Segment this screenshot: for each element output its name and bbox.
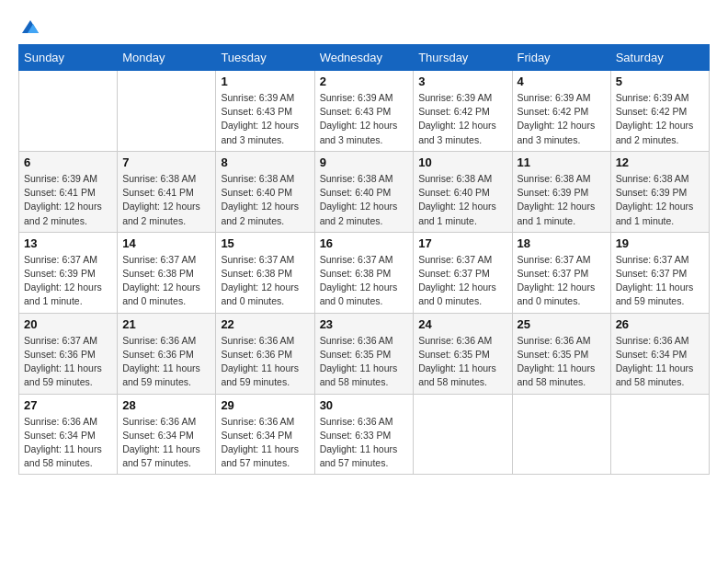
day-number: 10	[418, 155, 506, 169]
logo-icon	[20, 17, 40, 37]
table-cell	[610, 394, 709, 475]
day-number: 27	[24, 398, 112, 412]
day-info: Sunrise: 6:37 AM Sunset: 6:38 PM Dayligh…	[122, 253, 210, 309]
day-number: 13	[24, 236, 112, 250]
table-cell: 21Sunrise: 6:36 AM Sunset: 6:36 PM Dayli…	[118, 313, 216, 394]
table-cell: 8Sunrise: 6:38 AM Sunset: 6:40 PM Daylig…	[216, 151, 314, 232]
col-saturday: Saturday	[610, 45, 709, 71]
day-info: Sunrise: 6:37 AM Sunset: 6:37 PM Dayligh…	[418, 253, 506, 309]
day-info: Sunrise: 6:38 AM Sunset: 6:40 PM Dayligh…	[221, 172, 309, 228]
table-cell: 17Sunrise: 6:37 AM Sunset: 6:37 PM Dayli…	[414, 232, 512, 313]
table-cell: 6Sunrise: 6:39 AM Sunset: 6:41 PM Daylig…	[19, 151, 118, 232]
day-info: Sunrise: 6:36 AM Sunset: 6:34 PM Dayligh…	[221, 415, 309, 471]
col-tuesday: Tuesday	[216, 45, 314, 71]
day-number: 4	[518, 75, 606, 88]
day-info: Sunrise: 6:37 AM Sunset: 6:39 PM Dayligh…	[24, 253, 112, 309]
table-cell: 3Sunrise: 6:39 AM Sunset: 6:42 PM Daylig…	[414, 71, 512, 152]
day-number: 28	[122, 398, 210, 412]
calendar-week-row: 1Sunrise: 6:39 AM Sunset: 6:43 PM Daylig…	[19, 71, 710, 152]
table-cell: 23Sunrise: 6:36 AM Sunset: 6:35 PM Dayli…	[314, 313, 414, 394]
table-cell: 29Sunrise: 6:36 AM Sunset: 6:34 PM Dayli…	[216, 394, 314, 475]
table-cell: 4Sunrise: 6:39 AM Sunset: 6:42 PM Daylig…	[512, 71, 610, 152]
table-cell: 7Sunrise: 6:38 AM Sunset: 6:41 PM Daylig…	[118, 151, 216, 232]
day-number: 20	[24, 317, 112, 331]
day-number: 24	[418, 317, 506, 331]
day-number: 2	[320, 75, 409, 88]
day-info: Sunrise: 6:37 AM Sunset: 6:37 PM Dayligh…	[616, 253, 704, 309]
day-number: 5	[616, 75, 704, 88]
calendar-header-row: Sunday Monday Tuesday Wednesday Thursday…	[19, 45, 710, 71]
table-cell: 1Sunrise: 6:39 AM Sunset: 6:43 PM Daylig…	[216, 71, 314, 152]
day-info: Sunrise: 6:38 AM Sunset: 6:39 PM Dayligh…	[518, 172, 606, 228]
day-info: Sunrise: 6:39 AM Sunset: 6:43 PM Dayligh…	[320, 91, 409, 147]
day-info: Sunrise: 6:36 AM Sunset: 6:35 PM Dayligh…	[320, 334, 409, 390]
calendar-week-row: 27Sunrise: 6:36 AM Sunset: 6:34 PM Dayli…	[19, 394, 710, 475]
table-cell	[118, 71, 216, 152]
col-sunday: Sunday	[19, 45, 118, 71]
calendar-week-row: 6Sunrise: 6:39 AM Sunset: 6:41 PM Daylig…	[19, 151, 710, 232]
day-number: 23	[320, 317, 409, 331]
table-cell: 12Sunrise: 6:38 AM Sunset: 6:39 PM Dayli…	[610, 151, 709, 232]
table-cell: 15Sunrise: 6:37 AM Sunset: 6:38 PM Dayli…	[216, 232, 314, 313]
table-cell: 26Sunrise: 6:36 AM Sunset: 6:34 PM Dayli…	[610, 313, 709, 394]
table-cell: 13Sunrise: 6:37 AM Sunset: 6:39 PM Dayli…	[19, 232, 118, 313]
col-friday: Friday	[512, 45, 610, 71]
table-cell: 28Sunrise: 6:36 AM Sunset: 6:34 PM Dayli…	[118, 394, 216, 475]
day-number: 16	[320, 236, 409, 250]
day-info: Sunrise: 6:38 AM Sunset: 6:40 PM Dayligh…	[418, 172, 506, 228]
table-cell: 5Sunrise: 6:39 AM Sunset: 6:42 PM Daylig…	[610, 71, 709, 152]
day-number: 25	[518, 317, 606, 331]
day-number: 19	[616, 236, 704, 250]
day-info: Sunrise: 6:36 AM Sunset: 6:35 PM Dayligh…	[518, 334, 606, 390]
day-info: Sunrise: 6:36 AM Sunset: 6:36 PM Dayligh…	[122, 334, 210, 390]
day-info: Sunrise: 6:36 AM Sunset: 6:33 PM Dayligh…	[320, 415, 409, 471]
day-info: Sunrise: 6:37 AM Sunset: 6:38 PM Dayligh…	[221, 253, 309, 309]
day-info: Sunrise: 6:37 AM Sunset: 6:37 PM Dayligh…	[518, 253, 606, 309]
table-cell: 18Sunrise: 6:37 AM Sunset: 6:37 PM Dayli…	[512, 232, 610, 313]
day-info: Sunrise: 6:39 AM Sunset: 6:42 PM Dayligh…	[518, 91, 606, 147]
calendar-week-row: 13Sunrise: 6:37 AM Sunset: 6:39 PM Dayli…	[19, 232, 710, 313]
day-number: 9	[320, 155, 409, 169]
day-number: 22	[221, 317, 309, 331]
col-wednesday: Wednesday	[314, 45, 414, 71]
day-info: Sunrise: 6:36 AM Sunset: 6:36 PM Dayligh…	[221, 334, 309, 390]
day-info: Sunrise: 6:37 AM Sunset: 6:38 PM Dayligh…	[320, 253, 409, 309]
calendar-week-row: 20Sunrise: 6:37 AM Sunset: 6:36 PM Dayli…	[19, 313, 710, 394]
day-info: Sunrise: 6:39 AM Sunset: 6:41 PM Dayligh…	[24, 172, 112, 228]
table-cell: 10Sunrise: 6:38 AM Sunset: 6:40 PM Dayli…	[414, 151, 512, 232]
col-monday: Monday	[118, 45, 216, 71]
day-number: 29	[221, 398, 309, 412]
day-info: Sunrise: 6:38 AM Sunset: 6:39 PM Dayligh…	[616, 172, 704, 228]
day-number: 17	[418, 236, 506, 250]
table-cell: 11Sunrise: 6:38 AM Sunset: 6:39 PM Dayli…	[512, 151, 610, 232]
day-number: 8	[221, 155, 309, 169]
day-number: 21	[122, 317, 210, 331]
day-number: 18	[518, 236, 606, 250]
table-cell: 9Sunrise: 6:38 AM Sunset: 6:40 PM Daylig…	[314, 151, 414, 232]
table-cell: 24Sunrise: 6:36 AM Sunset: 6:35 PM Dayli…	[414, 313, 512, 394]
table-cell	[19, 71, 118, 152]
table-cell: 2Sunrise: 6:39 AM Sunset: 6:43 PM Daylig…	[314, 71, 414, 152]
day-info: Sunrise: 6:36 AM Sunset: 6:34 PM Dayligh…	[616, 334, 704, 390]
table-cell	[512, 394, 610, 475]
day-number: 3	[418, 75, 506, 88]
calendar-table: Sunday Monday Tuesday Wednesday Thursday…	[18, 44, 710, 475]
day-number: 12	[616, 155, 704, 169]
day-info: Sunrise: 6:37 AM Sunset: 6:36 PM Dayligh…	[24, 334, 112, 390]
table-cell: 22Sunrise: 6:36 AM Sunset: 6:36 PM Dayli…	[216, 313, 314, 394]
day-number: 1	[221, 75, 309, 88]
table-cell: 25Sunrise: 6:36 AM Sunset: 6:35 PM Dayli…	[512, 313, 610, 394]
day-number: 14	[122, 236, 210, 250]
table-cell: 16Sunrise: 6:37 AM Sunset: 6:38 PM Dayli…	[314, 232, 414, 313]
day-info: Sunrise: 6:39 AM Sunset: 6:42 PM Dayligh…	[616, 91, 704, 147]
table-cell: 20Sunrise: 6:37 AM Sunset: 6:36 PM Dayli…	[19, 313, 118, 394]
table-cell	[414, 394, 512, 475]
day-number: 11	[518, 155, 606, 169]
day-info: Sunrise: 6:36 AM Sunset: 6:34 PM Dayligh…	[122, 415, 210, 471]
day-info: Sunrise: 6:39 AM Sunset: 6:42 PM Dayligh…	[418, 91, 506, 147]
day-info: Sunrise: 6:38 AM Sunset: 6:41 PM Dayligh…	[122, 172, 210, 228]
day-number: 6	[24, 155, 112, 169]
table-cell: 19Sunrise: 6:37 AM Sunset: 6:37 PM Dayli…	[610, 232, 709, 313]
day-number: 15	[221, 236, 309, 250]
header	[18, 18, 710, 33]
